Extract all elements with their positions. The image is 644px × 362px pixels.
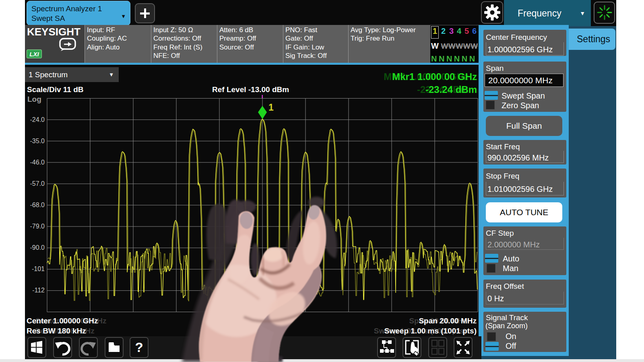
svg-text:-57.0: -57.0 xyxy=(30,180,45,187)
svg-text:-112: -112 xyxy=(32,287,45,294)
svg-text:-46.0: -46.0 xyxy=(30,159,45,166)
svg-text:-101: -101 xyxy=(32,265,45,272)
svg-text:1: 1 xyxy=(268,102,274,113)
svg-text:-68.0: -68.0 xyxy=(30,202,45,208)
svg-text:-24.0: -24.0 xyxy=(30,116,45,123)
svg-text:-90.0: -90.0 xyxy=(30,244,45,251)
svg-text:-35.0: -35.0 xyxy=(30,138,45,144)
svg-text:-79.0: -79.0 xyxy=(30,223,45,230)
